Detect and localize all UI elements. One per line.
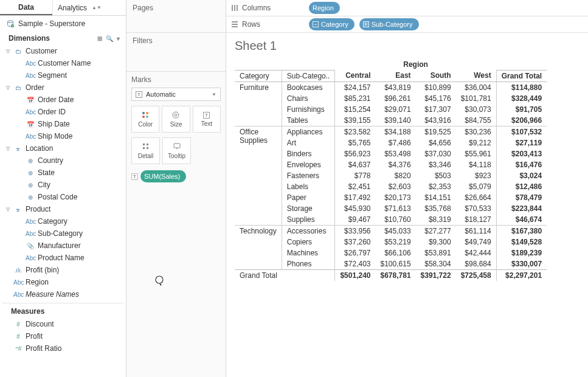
pill-sub-category[interactable]: +Sub-Category xyxy=(359,18,419,30)
bin-icon: .ılı. xyxy=(13,267,23,274)
color-icon xyxy=(141,111,150,119)
svg-point-4 xyxy=(142,116,145,118)
menu-caret-icon[interactable]: ▾ xyxy=(117,35,120,42)
abc-icon: Abc xyxy=(26,133,35,140)
text-mark-icon: T xyxy=(136,91,142,98)
field-region[interactable]: AbcRegion xyxy=(2,276,123,288)
field-profit[interactable]: #Profit xyxy=(2,330,123,342)
field-ship-mode[interactable]: AbcShip Mode xyxy=(2,130,123,142)
svg-rect-17 xyxy=(232,24,238,25)
folder-product[interactable]: ▽ᠼProduct xyxy=(2,203,123,215)
field-state[interactable]: ⊕State xyxy=(2,167,123,179)
mark-type-select[interactable]: TAutomatic ▼ xyxy=(131,88,221,101)
expand-icon[interactable]: + xyxy=(363,21,369,27)
abc-icon: Abc xyxy=(26,218,35,225)
chevron-updown-icon: ▲▼ xyxy=(88,5,126,10)
rows-icon xyxy=(231,21,238,28)
svg-rect-15 xyxy=(237,5,238,11)
field-discount[interactable]: #Discount xyxy=(2,318,123,330)
pill-region[interactable]: Region xyxy=(309,2,340,14)
globe-icon: ⊕ xyxy=(26,170,35,176)
date-icon: 📅 xyxy=(26,121,35,128)
tab-analytics[interactable]: Analytics ▲▼ xyxy=(52,0,126,15)
svg-point-6 xyxy=(173,112,179,118)
svg-rect-12 xyxy=(174,144,180,148)
field-category[interactable]: AbcCategory xyxy=(2,215,123,227)
sheet-title[interactable]: Sheet 1 xyxy=(235,39,579,53)
crosstab: RegionCategorySub-Catego..CentralEastSou… xyxy=(235,59,547,281)
field-ship-date[interactable]: 📅Ship Date xyxy=(2,118,123,130)
table-row: Paper$17,492$20,173$14,151$26,664$78,479 xyxy=(235,192,547,203)
marks-tooltip-button[interactable]: Tooltip xyxy=(162,137,191,164)
marks-card: Marks TAutomatic ▼ Color Size T Text xyxy=(126,72,226,377)
marks-text-button[interactable]: T Text xyxy=(193,106,221,133)
field-profit-bin[interactable]: .ılı.Profit (bin) xyxy=(2,264,123,276)
filters-shelf[interactable]: Filters xyxy=(126,33,226,72)
abc-icon: Abc xyxy=(26,230,35,237)
svg-point-0 xyxy=(8,21,13,23)
abc-icon: Abc xyxy=(26,60,35,67)
marks-size-button[interactable]: Size xyxy=(162,106,190,133)
field-order-date[interactable]: 📅Order Date xyxy=(2,94,123,106)
pill-category[interactable]: −Category xyxy=(309,18,355,30)
collapse-icon[interactable]: − xyxy=(313,21,319,27)
datasource-row[interactable]: Sample - Superstore xyxy=(0,16,126,32)
folder-location[interactable]: ▽ᠼLocation xyxy=(2,142,123,154)
pill-sum-sales[interactable]: SUM(Sales) xyxy=(140,170,186,182)
number-icon: # xyxy=(13,321,23,328)
tab-data[interactable]: Data xyxy=(0,0,52,15)
columns-shelf[interactable]: Columns Region xyxy=(226,0,588,16)
svg-point-2 xyxy=(142,112,145,114)
svg-rect-18 xyxy=(232,26,238,27)
svg-rect-10 xyxy=(143,147,145,149)
folder-customer[interactable]: ▽🗀Customer xyxy=(2,45,123,57)
table-row: Storage$45,930$71,613$35,768$70,533$223,… xyxy=(235,203,547,214)
field-profit-ratio[interactable]: ⁼#Profit Ratio xyxy=(2,342,123,355)
field-measure-names[interactable]: AbcMeasure Names xyxy=(2,288,123,300)
table-row: Chairs$85,231$96,261$45,176$101,781$328,… xyxy=(235,93,547,104)
folder-order[interactable]: ▽🗀Order xyxy=(2,81,123,94)
table-row: Machines$26,797$66,106$53,891$42,444$189… xyxy=(235,247,547,258)
field-order-id[interactable]: AbcOrder ID xyxy=(2,106,123,118)
svg-point-7 xyxy=(175,114,177,116)
marks-color-button[interactable]: Color xyxy=(131,106,159,133)
field-sub-category[interactable]: AbcSub-Category xyxy=(2,227,123,240)
abc-icon: Abc xyxy=(13,279,23,286)
svg-point-3 xyxy=(146,112,148,114)
marks-detail-button[interactable]: Detail xyxy=(131,137,160,164)
date-icon: 📅 xyxy=(26,97,35,103)
field-postal-code[interactable]: ⊕Postal Code xyxy=(2,191,123,203)
abc-icon: Abc xyxy=(26,109,35,116)
svg-rect-9 xyxy=(147,144,148,145)
field-customer-name[interactable]: AbcCustomer Name xyxy=(2,57,123,69)
rows-shelf[interactable]: Rows −Category +Sub-Category xyxy=(226,16,588,33)
table-row: OfficeSuppliesAppliances$23,582$34,188$1… xyxy=(235,126,547,137)
text-mark-icon: T xyxy=(131,173,138,180)
pages-shelf[interactable]: Pages xyxy=(126,0,226,33)
globe-icon: ⊕ xyxy=(26,194,35,201)
search-icon[interactable]: 🔍 xyxy=(106,35,113,42)
table-row: Labels$2,451$2,603$2,353$5,079$12,486 xyxy=(235,181,547,192)
field-product-name[interactable]: AbcProduct Name xyxy=(2,252,123,264)
calc-icon: ⁼# xyxy=(13,345,23,352)
field-city[interactable]: ⊕City xyxy=(2,179,123,191)
folder-icon: 🗀 xyxy=(13,48,23,55)
folder-icon: 🗀 xyxy=(13,85,23,91)
globe-icon: ⊕ xyxy=(26,182,35,188)
table-row: Fasteners$778$820$503$923$3,024 xyxy=(235,170,547,181)
hierarchy-icon: ᠼ xyxy=(13,206,23,213)
table-row: Binders$56,923$53,498$37,030$55,961$203,… xyxy=(235,148,547,159)
dimensions-tree: ▽🗀Customer AbcCustomer Name AbcSegment ▽… xyxy=(0,45,126,377)
field-segment[interactable]: AbcSegment xyxy=(2,69,123,81)
abc-icon: Abc xyxy=(26,255,35,261)
size-icon xyxy=(171,111,180,119)
field-manufacturer[interactable]: 📎Manufacturer xyxy=(2,240,123,252)
field-country[interactable]: ⊕Country xyxy=(2,154,123,167)
table-row: Envelopes$4,637$4,376$3,346$4,118$16,476 xyxy=(235,159,547,170)
svg-rect-13 xyxy=(232,5,233,11)
table-row: Supplies$9,467$10,760$8,319$18,127$46,67… xyxy=(235,214,547,226)
dropdown-caret-icon: ▼ xyxy=(212,92,216,97)
number-icon: # xyxy=(13,333,23,340)
view-grid-icon[interactable]: ⊞ xyxy=(97,35,102,42)
svg-rect-11 xyxy=(147,147,148,149)
